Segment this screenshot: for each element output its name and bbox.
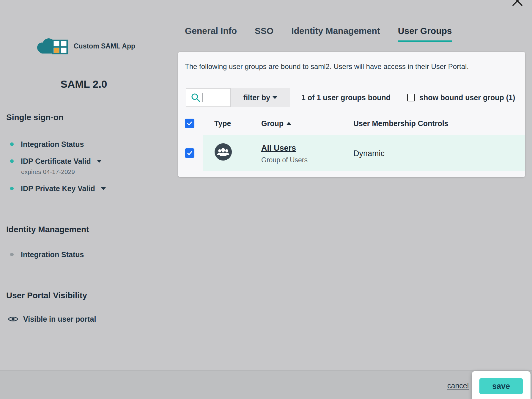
column-header-type[interactable]: Type — [214, 118, 231, 128]
section-title-identity-management: Identity Management — [6, 224, 89, 235]
search-box[interactable] — [186, 88, 231, 107]
sso-integration-status: Integration Status — [10, 140, 84, 149]
check-icon — [186, 150, 193, 156]
sidebar-divider — [6, 100, 161, 100]
column-header-group[interactable]: Group — [261, 118, 291, 128]
tab-general-info[interactable]: General Info — [185, 26, 237, 42]
group-name-link[interactable]: All Users — [261, 143, 296, 153]
tab-identity-management[interactable]: Identity Management — [291, 26, 380, 42]
status-ok-dot — [10, 187, 14, 190]
close-icon[interactable] — [511, 0, 524, 8]
membership-type: Dynamic — [353, 149, 385, 158]
filter-by-button[interactable]: filter by — [231, 88, 290, 107]
bound-summary: 1 of 1 user groups bound — [301, 88, 391, 107]
select-all-checkbox[interactable] — [185, 119, 194, 128]
app-name: Custom SAML App — [74, 42, 135, 51]
chevron-down-icon[interactable] — [97, 160, 102, 163]
tab-user-groups[interactable]: User Groups — [398, 26, 452, 42]
panel-description: The following user groups are bound to s… — [185, 62, 469, 71]
chevron-down-icon — [273, 96, 277, 99]
status-ok-dot — [10, 159, 14, 163]
column-header-membership-controls[interactable]: User Membership Controls — [353, 118, 448, 128]
visible-in-user-portal: Visible in user portal — [8, 315, 96, 323]
status-inactive-dot — [10, 253, 14, 256]
check-icon — [186, 120, 193, 127]
cancel-link[interactable]: cancel — [447, 381, 469, 390]
show-bound-checkbox[interactable] — [407, 94, 415, 101]
app-logo: Custom SAML App — [34, 37, 135, 56]
show-bound-filter: show bound user group (1) — [407, 88, 515, 107]
detail-tabs: General Info SSO Identity Management Use… — [185, 26, 452, 42]
saml-app-modal: Custom SAML App SAML 2.0 Single sign-on … — [0, 0, 532, 399]
show-bound-label: show bound user group (1) — [419, 93, 515, 102]
row-checkbox[interactable] — [185, 148, 194, 158]
table-row[interactable]: All Users Group of Users Dynamic — [178, 135, 525, 171]
idm-integration-status: Integration Status — [10, 250, 84, 259]
sort-asc-icon — [287, 122, 291, 125]
idp-private-key-valid[interactable]: IDP Private Key Valid — [10, 184, 106, 193]
eye-icon — [8, 315, 18, 323]
search-input[interactable] — [203, 92, 227, 103]
sidebar-divider — [6, 279, 161, 279]
section-title-single-sign-on: Single sign-on — [6, 112, 64, 122]
group-subtitle: Group of Users — [261, 156, 308, 164]
protocol-title: SAML 2.0 — [0, 78, 168, 90]
certificate-expiry-note: expires 04-17-2029 — [21, 168, 75, 175]
section-title-user-portal-visibility: User Portal Visibility — [6, 290, 87, 301]
sidebar-divider — [6, 213, 161, 213]
custom-saml-app-logo-icon — [34, 37, 71, 56]
user-groups-panel: The following user groups are bound to s… — [178, 52, 525, 177]
search-icon — [191, 92, 201, 103]
tab-sso[interactable]: SSO — [255, 26, 273, 42]
user-group-avatar-icon — [215, 143, 232, 161]
table-header: Type Group User Membership Controls — [178, 118, 525, 128]
idp-certificate-valid[interactable]: IDP Certificate Valid — [10, 157, 102, 166]
group-search-control: filter by — [186, 88, 290, 107]
save-button[interactable]: save — [479, 378, 523, 394]
chevron-down-icon[interactable] — [101, 187, 106, 190]
save-button-card: save — [472, 371, 531, 399]
status-ok-dot — [10, 142, 14, 146]
